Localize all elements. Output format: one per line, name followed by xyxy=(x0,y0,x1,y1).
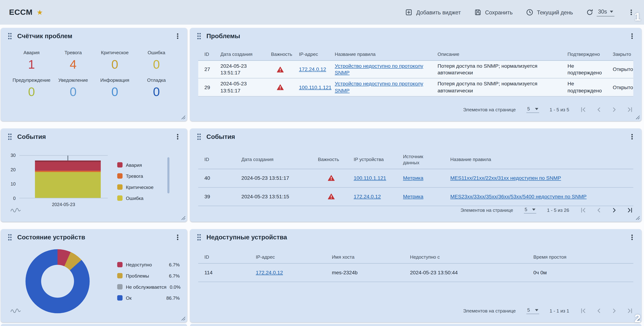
bar-segment-Авария xyxy=(35,160,101,171)
y-tick-label: 30 xyxy=(1,153,16,158)
next-row-widget-edge xyxy=(1,324,187,326)
counter-label: Критическое xyxy=(94,50,136,55)
legend-item[interactable]: Не обслуживается 0.0% xyxy=(117,284,180,290)
y-tick-label: 10 xyxy=(1,182,16,186)
drag-handle-icon[interactable] xyxy=(8,133,12,140)
favorite-star-icon[interactable]: ★ xyxy=(36,9,43,16)
cell-ip: 172.24.0.12 xyxy=(293,64,328,75)
first-page-button[interactable] xyxy=(580,308,586,314)
widget-menu-button[interactable] xyxy=(628,234,636,241)
drag-handle-icon[interactable] xyxy=(197,133,202,140)
clock-icon xyxy=(526,9,533,16)
previous-page-button[interactable] xyxy=(596,207,602,213)
page-size-select[interactable]: 5 xyxy=(526,308,539,314)
ip-address-link[interactable]: 172.24.0.12 xyxy=(354,194,381,199)
legend-label: Тревога xyxy=(126,173,143,178)
ip-address-link[interactable]: 100.110.1.121 xyxy=(354,175,386,181)
rule-link[interactable]: MES11xx/21xx/22xx/31xx недоступен по SNM… xyxy=(450,175,561,181)
legend-swatch xyxy=(117,273,122,279)
donut-hole xyxy=(41,265,74,298)
first-page-button[interactable] xyxy=(580,106,586,113)
current-day-button[interactable]: Текущий день xyxy=(526,9,573,16)
resize-handle-icon[interactable] xyxy=(181,216,186,220)
ip-address-link[interactable]: 172.24.0.12 xyxy=(299,66,326,72)
legend-item[interactable]: Ошибка xyxy=(117,195,166,201)
previous-page-button[interactable] xyxy=(596,106,602,113)
page-size-select[interactable]: 5 xyxy=(524,207,536,213)
resize-handle-icon[interactable] xyxy=(181,115,186,120)
rule-link[interactable]: MES23xx/33xx/35xx/36xx/53xx/5400 недосту… xyxy=(450,194,586,199)
overflow-menu-button[interactable] xyxy=(628,9,635,16)
page-size-select[interactable]: 5 xyxy=(526,106,539,113)
cell-id: 39 xyxy=(198,191,235,202)
legend-item[interactable]: Недоступно 6.7% xyxy=(117,262,180,267)
widget-menu-button[interactable] xyxy=(174,234,181,241)
counter-item: Авария 1 xyxy=(11,50,52,71)
caret-down-icon xyxy=(610,11,613,12)
pagination: Элементов на странице 5 1 - 1 из 1 xyxy=(463,308,633,314)
data-source-link[interactable]: Метрика xyxy=(403,175,424,181)
add-widget-icon xyxy=(405,9,412,16)
resize-handle-icon[interactable] xyxy=(636,115,640,120)
add-widget-button[interactable]: Добавить виджет xyxy=(405,9,461,16)
refresh-interval-select[interactable]: 30s xyxy=(597,8,614,16)
col-severity: Важность xyxy=(265,48,293,60)
caret-down-icon xyxy=(535,309,538,311)
next-page-button[interactable] xyxy=(611,207,618,213)
cell-created: 2024-05-23 13:51:17 xyxy=(214,78,265,96)
next-page-button[interactable] xyxy=(611,106,618,113)
drag-handle-icon[interactable] xyxy=(197,234,202,241)
first-page-button[interactable] xyxy=(580,207,586,213)
legend-item[interactable]: Проблемы 6.7% xyxy=(117,273,180,279)
widget-menu-button[interactable] xyxy=(174,32,181,40)
widget-header: События xyxy=(1,129,187,145)
table-row: 114 172.24.0.12 mes-2324b 2024-05-23 13:… xyxy=(198,264,633,282)
resize-handle-icon[interactable] xyxy=(636,216,640,220)
col-ip: IP-адрес xyxy=(293,48,328,60)
legend-swatch xyxy=(117,284,122,290)
ip-address-link[interactable]: 172.24.0.12 xyxy=(256,270,283,275)
ip-address-link[interactable]: 100.110.1.121 xyxy=(299,84,332,90)
legend-item[interactable]: Ок 86.7% xyxy=(117,295,180,301)
counter-grid: Авария 1 Тревога 4 Критическое 0 Ошибка … xyxy=(11,50,177,98)
widget-menu-button[interactable] xyxy=(628,133,636,140)
cell-description: Потеря доступа по SNMP; нормализуется ав… xyxy=(431,78,561,96)
last-page-button[interactable] xyxy=(627,308,633,314)
widget-menu-button[interactable] xyxy=(174,133,181,140)
save-button[interactable]: Сохранить xyxy=(474,9,513,16)
table-row: 39 2024-05-23 13:51:15 172.24.0.12 Метри… xyxy=(198,188,633,206)
refresh-icon[interactable] xyxy=(586,9,594,16)
legend-swatch xyxy=(117,173,122,179)
legend-item[interactable]: Авария xyxy=(117,162,166,168)
widget-header: События xyxy=(190,129,642,145)
drag-handle-icon[interactable] xyxy=(8,234,12,241)
legend-scrollbar-thumb[interactable] xyxy=(168,157,170,193)
resize-handle-icon[interactable] xyxy=(181,317,186,321)
previous-page-button[interactable] xyxy=(596,308,602,314)
legend-item[interactable]: Тревога xyxy=(117,173,166,179)
table-header-row: ID IP-адрес Имя хоста Недоступно с Время… xyxy=(198,251,633,264)
next-page-button[interactable] xyxy=(611,308,618,314)
drag-handle-icon[interactable] xyxy=(8,32,12,40)
counter-item: Ошибка 0 xyxy=(136,50,177,71)
counter-label: Отладка xyxy=(136,78,177,82)
rule-link[interactable]: Устройство недоступно по протоколу SNMP xyxy=(335,63,423,76)
legend-item[interactable]: Критическое xyxy=(117,184,166,190)
legend-percent: 6.7% xyxy=(169,262,180,267)
cell-description: Потеря доступа по SNMP; нормализуется ав… xyxy=(431,61,561,78)
cell-rule: MES23xx/33xx/35xx/36xx/53xx/5400 недосту… xyxy=(444,191,633,202)
device-status-donut[interactable] xyxy=(26,249,90,314)
drag-handle-icon[interactable] xyxy=(197,32,202,40)
last-page-button[interactable] xyxy=(627,106,633,113)
rule-link[interactable]: Устройство недоступно по протоколу SNMP xyxy=(335,81,423,93)
legend-swatch xyxy=(117,195,122,201)
data-source-link[interactable]: Метрика xyxy=(403,194,424,199)
last-page-button[interactable] xyxy=(627,207,633,213)
col-rule: Название правила xyxy=(444,154,633,166)
table-header-row: ID Дата создания Важность IP устройства … xyxy=(198,151,633,169)
widget-menu-button[interactable] xyxy=(628,32,636,40)
page-size-value: 5 xyxy=(527,106,530,111)
pagination-nav xyxy=(580,308,633,314)
pagination: Элементов на странице 5 1 - 5 из 5 xyxy=(463,106,633,113)
bar-segment-Ошибка xyxy=(35,172,101,198)
